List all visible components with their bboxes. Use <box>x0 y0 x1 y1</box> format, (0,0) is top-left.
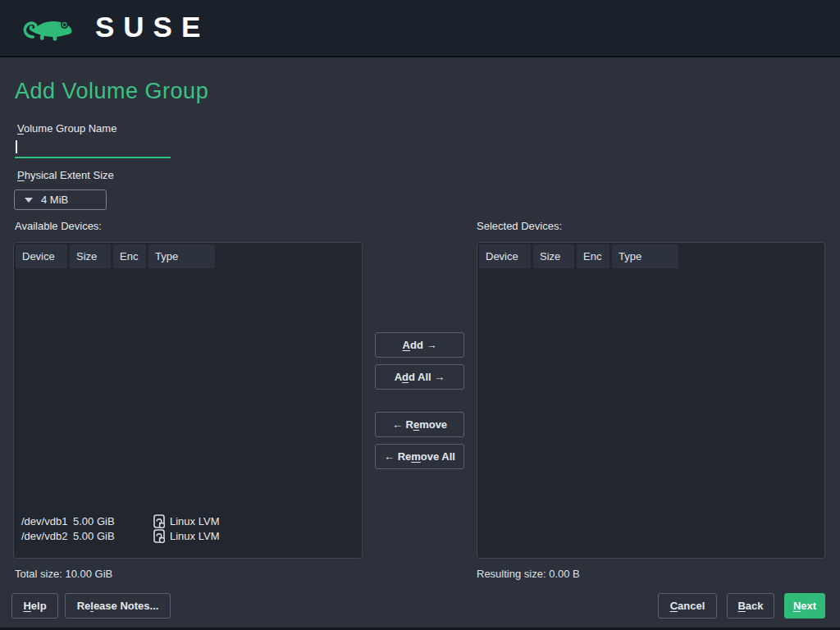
release-notes-button[interactable]: Release Notes... <box>65 593 171 619</box>
device-cell: /dev/vdb2 <box>21 530 73 542</box>
column-header-device[interactable]: Device <box>16 244 67 268</box>
title-bar: SUSE <box>0 0 840 57</box>
physical-extent-size-value: 4 MiB <box>41 194 68 206</box>
volume-group-name-input[interactable] <box>15 138 171 158</box>
type-label: Linux LVM <box>170 515 219 527</box>
suse-wordmark: SUSE <box>95 11 209 43</box>
physical-extent-size-dropdown[interactable]: 4 MiB <box>14 189 107 210</box>
column-header-type[interactable]: Type <box>612 244 678 268</box>
size-cell: 5.00 GiB <box>73 515 153 527</box>
type-label: Linux LVM <box>170 530 219 542</box>
suse-chameleon-icon <box>20 8 84 48</box>
page-title: Add Volume Group <box>15 79 208 104</box>
partition-icon <box>153 514 165 528</box>
add-all-button[interactable]: Add All → <box>375 364 464 390</box>
column-header-device[interactable]: Device <box>479 244 531 268</box>
resulting-size-text: Resulting size: 0.00 B <box>477 568 580 580</box>
selected-devices-label: Selected Devices: <box>477 220 562 232</box>
next-button[interactable]: Next <box>784 593 825 619</box>
column-header-type[interactable]: Type <box>148 244 215 268</box>
type-cell: Linux LVM <box>153 514 219 528</box>
text-cursor <box>16 140 17 153</box>
column-header-size[interactable]: Size <box>533 244 574 268</box>
help-button[interactable]: Help <box>11 593 58 619</box>
add-button[interactable]: Add → <box>375 332 464 358</box>
column-header-enc[interactable]: Enc <box>577 244 609 268</box>
remove-all-button[interactable]: ← Remove All <box>375 444 464 469</box>
column-header-size[interactable]: Size <box>70 244 111 268</box>
available-devices-table[interactable]: Device Size Enc Type /dev/vdb1 5.00 GiB … <box>13 242 363 559</box>
table-row[interactable]: /dev/vdb1 5.00 GiB Linux LVM <box>16 514 360 528</box>
chevron-down-icon <box>25 198 33 203</box>
total-size-text: Total size: 10.00 GiB <box>15 568 112 580</box>
remove-button[interactable]: ← Remove <box>375 412 464 437</box>
cancel-button[interactable]: Cancel <box>658 593 717 619</box>
back-button[interactable]: Back <box>727 593 774 619</box>
partition-icon <box>153 529 165 543</box>
size-cell: 5.00 GiB <box>73 530 153 542</box>
physical-extent-size-label: Physical Extent Size <box>17 169 114 181</box>
volume-group-name-label: Volume Group Name <box>17 122 116 135</box>
table-row[interactable]: /dev/vdb2 5.00 GiB Linux LVM <box>16 528 360 543</box>
column-header-enc[interactable]: Enc <box>113 244 146 268</box>
type-cell: Linux LVM <box>153 529 219 543</box>
volume-group-name-field <box>15 138 171 160</box>
available-devices-label: Available Devices: <box>15 220 102 232</box>
device-cell: /dev/vdb1 <box>21 515 73 527</box>
selected-devices-table[interactable]: Device Size Enc Type <box>477 242 825 559</box>
